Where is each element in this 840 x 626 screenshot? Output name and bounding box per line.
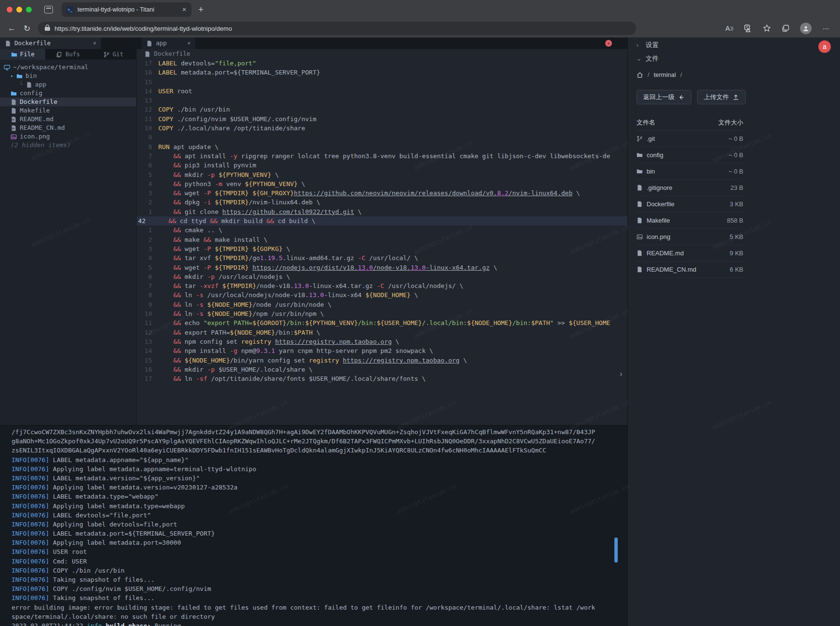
files-section[interactable]: ⌄ 文件 (628, 52, 840, 65)
tab-git[interactable]: Git (91, 49, 136, 60)
home-icon[interactable] (636, 72, 643, 78)
terminal-panel[interactable]: /fj7CcwoCW7ZXBc3snKxZNYHpbh7uhwOvx2lsi4W… (0, 425, 627, 626)
tab-overview-icon[interactable] (44, 6, 53, 13)
code-line[interactable]: 5 && wget -P ${TMPDIR} https://nodejs.or… (137, 263, 627, 272)
code-line[interactable]: 2 && make && make install \ (137, 235, 627, 244)
tree-item-bin[interactable]: ▸bin (0, 72, 136, 80)
code-line[interactable]: 12COPY ./bin /usr/bin (137, 105, 627, 114)
text-segment: -linux-x64.tar.gz (426, 264, 490, 271)
code-line[interactable]: 7 && apt install -y ripgrep ranger lolca… (137, 151, 627, 161)
code-line[interactable]: 8RUN apt update \ (137, 142, 627, 151)
code-line[interactable]: 1 && cmake .. \ (137, 225, 627, 235)
address-bar[interactable]: https://try.titanide.cn/ide/web/coding/t… (38, 22, 636, 35)
expand-arrow-icon[interactable]: ▸ (11, 72, 13, 80)
code-line[interactable]: 15 (137, 77, 627, 87)
code-line[interactable]: 6 && mkdir -p /usr/local/nodejs \ (137, 272, 627, 281)
chevron-down-icon: ⌄ (636, 55, 641, 62)
file-row--git[interactable]: .git~ 0 B (636, 131, 743, 147)
minimize-window-button[interactable] (16, 7, 22, 13)
tab-file[interactable]: File (0, 49, 45, 60)
file-row--gitignore[interactable]: .gitignore23 B (636, 180, 743, 196)
code-line[interactable]: 17 && ln -sf /opt/titanide/share/fonts $… (137, 374, 627, 383)
tree-item-readme-cn-md[interactable]: README_CN.md (0, 124, 136, 132)
code-line[interactable]: 42 && cd ttyd && mkdir build && cd build… (137, 216, 627, 225)
code-line[interactable]: 16 && mkdir -p $USER_HOME/.local/share \ (137, 365, 627, 374)
more-menu-icon[interactable]: ⋯ (822, 24, 830, 33)
terminal-line: INFO[0076] COPY ./bin /usr/bin (0, 566, 627, 575)
code-line[interactable]: 15 && ${NODE_HOME}/bin/yarn config set r… (137, 356, 627, 365)
code-line[interactable]: 12 && export PATH=${NODE_HOME}/bin:$PATH… (137, 328, 627, 337)
code-line[interactable]: 7 && tar -xvzf ${TMPDIR}/node-v18.13.0-l… (137, 281, 627, 290)
text-segment (218, 282, 222, 289)
text-segment: && (173, 329, 181, 336)
code-editor[interactable]: Dockerfile 17LABEL devtools="file,port"1… (137, 49, 627, 425)
code-line[interactable]: 8 && ln -s /usr/local/nodejs/node-v18.13… (137, 290, 627, 300)
line-number: 9 (137, 300, 158, 309)
user-avatar[interactable]: a (818, 40, 831, 53)
code-line[interactable]: 16LABEL metadata.port=${TERMINAL_SERVER_… (137, 68, 627, 77)
text-segment: /node-v18. (256, 282, 294, 289)
tab-bufs[interactable]: Bufs (45, 49, 90, 60)
code-line[interactable]: 10 && ln -s ${NODE_HOME}/npm /usr/bin/np… (137, 309, 627, 318)
file-row-dockerfile[interactable]: Dockerfile3 KB (636, 196, 743, 213)
file-row-makefile[interactable]: Makefile858 B (636, 213, 743, 229)
translate-icon[interactable] (744, 24, 752, 33)
text-segment (271, 338, 275, 345)
close-window-button[interactable] (7, 7, 13, 13)
upload-file-button[interactable]: 上传文件 (697, 90, 746, 104)
tree-item-app[interactable]: └app (0, 80, 136, 89)
file-row-readme-md[interactable]: README.md9 KB (636, 245, 743, 262)
browser-tab[interactable]: >_ terminal-ttyd-wlotnipo - Titani ✕ (62, 2, 191, 17)
new-tab-button[interactable]: + (198, 4, 204, 15)
file-row-config[interactable]: config~ 0 B (636, 147, 743, 163)
browser-profile-avatar[interactable] (800, 23, 812, 34)
go-up-button[interactable]: 返回上一级 (636, 90, 691, 104)
code-line[interactable]: 13 (137, 96, 627, 105)
tree-item--2-hidden-items-[interactable]: (2 hidden items) (0, 141, 136, 150)
text-segment: && (173, 226, 181, 234)
back-button[interactable]: ← (8, 24, 16, 33)
favorites-icon[interactable] (763, 24, 771, 33)
code-line[interactable]: 14USER root (137, 87, 627, 96)
code-line[interactable]: 1 && git clone https://github.com/tsl092… (137, 207, 627, 216)
file-row-bin[interactable]: bin~ 0 B (636, 163, 743, 180)
collections-icon[interactable] (781, 24, 790, 33)
settings-section[interactable]: › 设置 (628, 38, 840, 52)
zoom-window-button[interactable] (26, 7, 32, 13)
code-line[interactable]: 5 && mkdir -p ${PYTHON_VENV} \ (137, 170, 627, 179)
terminal-scrollbar-thumb[interactable] (614, 538, 618, 563)
code-line[interactable]: 11COPY ./config/nvim $USER_HOME/.config/… (137, 114, 627, 124)
buffer-tab-app[interactable]: app ✕ (141, 38, 195, 49)
code-line[interactable]: 13 && npm config set registry https://re… (137, 337, 627, 346)
reload-button[interactable]: ↻ (24, 24, 30, 34)
code-line[interactable]: 9 (137, 133, 627, 142)
code-line[interactable]: 6 && pip3 install pynvim (137, 161, 627, 170)
code-line[interactable]: 3 && wget -P ${TMPDIR} ${GOPKG} \ (137, 244, 627, 253)
file-row-icon-png[interactable]: icon.png5 KB (636, 229, 743, 245)
tree-item-icon-png[interactable]: icon.png (0, 132, 136, 141)
code-line[interactable]: 3 && wget -P ${TMPDIR} ${GH_PROXY}https:… (137, 188, 627, 198)
text-segment: /usr/local/nodejs/ \ (384, 282, 463, 289)
close-buffer-icon[interactable]: ✕ (187, 38, 191, 49)
tree-item--workspace-terminal[interactable]: ~/workspace/terminal (0, 63, 136, 72)
file-row-readme-cn-md[interactable]: README_CN.md6 KB (636, 262, 743, 278)
code-line[interactable]: 14 && npm install -g npm@9.3.1 yarn cnpm… (137, 346, 627, 355)
panel-collapse-chevron-icon[interactable]: › (620, 369, 623, 379)
read-aloud-icon[interactable]: A)) (725, 24, 734, 33)
tree-item-dockerfile[interactable]: Dockerfile (0, 98, 136, 106)
code-line[interactable]: 17LABEL devtools="file,port" (137, 59, 627, 68)
tree-item-makefile[interactable]: Makefile (0, 106, 136, 115)
code-line[interactable]: 4 && tar xvf ${TMPDIR}/go1.19.5.linux-am… (137, 253, 627, 263)
code-line[interactable]: 2 && dpkg -i ${TMPDIR}/nvim-linux64.deb … (137, 198, 627, 207)
close-buffer-icon[interactable]: ✕ (93, 38, 96, 49)
tree-item-readme-md[interactable]: README.md (0, 115, 136, 124)
close-all-button[interactable]: ✕ (605, 40, 612, 47)
code-line[interactable]: 4 && python3 -m venv ${PYTHON_VENV} \ (137, 179, 627, 188)
code-line[interactable]: 10COPY ./.local/share /opt/titanide/shar… (137, 124, 627, 133)
code-line[interactable]: 9 && ln -s ${NODE_HOME}/node /usr/bin/no… (137, 300, 627, 309)
breadcrumb-dir[interactable]: terminal (654, 71, 676, 78)
code-line[interactable]: 11 && echo "export PATH=${GOROOT}/bin:${… (137, 318, 627, 327)
buffer-tab-dockerfile[interactable]: Dockerfile ✕ (0, 38, 101, 49)
tab-close-icon[interactable]: ✕ (182, 6, 187, 13)
tree-item-config[interactable]: config (0, 89, 136, 98)
